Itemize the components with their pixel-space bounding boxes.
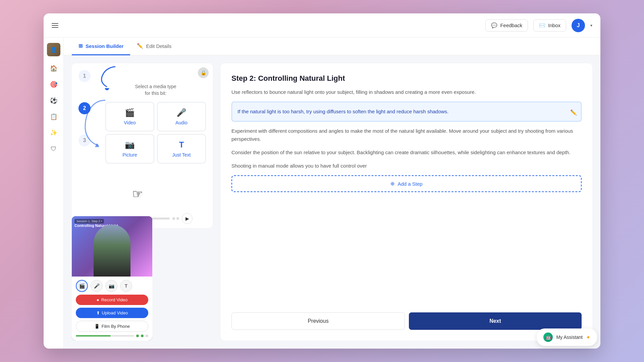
sidebar-item-targets[interactable]: 🎯 (47, 78, 60, 91)
tip-text: If the natural light is too harsh, try u… (237, 109, 448, 114)
previous-button[interactable]: Previous (231, 312, 405, 330)
preview-text-btn[interactable]: T (120, 280, 132, 292)
step-more-desc: Experiment with different compositions a… (231, 127, 582, 143)
upload-video-button[interactable]: ⬆ Upload Video (76, 308, 148, 318)
svg-marker-1 (105, 88, 109, 90)
step-more-desc-3: Shooting in manual mode allows you to ha… (231, 162, 582, 170)
sidebar-item-home[interactable]: 🏠 (47, 62, 60, 75)
avatar-dropdown-arrow[interactable]: ▾ (590, 23, 592, 28)
preview-progress (76, 335, 148, 337)
left-column: 1 2 3 (72, 63, 213, 341)
tab-session-builder[interactable]: ⊞ Session Builder (72, 38, 130, 55)
audio-label: Audio (175, 120, 187, 125)
step-2[interactable]: 2 (78, 102, 91, 114)
tab-edit-details-label: Edit Details (146, 43, 171, 49)
preview-camera-btn[interactable]: 📷 (105, 280, 117, 292)
svg-marker-0 (95, 143, 100, 147)
tab-session-builder-label: Session Builder (86, 43, 123, 49)
preview-session-label: Session 1, Step 2 • (74, 219, 104, 224)
progress-dots (172, 217, 179, 220)
step-3[interactable]: 3 (78, 134, 91, 146)
bottom-nav: Previous Next (231, 312, 582, 330)
top-bar: 💬 Feedback ✉️ Inbox J ▾ (44, 13, 600, 38)
cursor-hand: ☞ (132, 187, 143, 201)
edit-details-icon: ✏️ (137, 43, 143, 49)
sidebar-item-shield[interactable]: 🛡 (47, 142, 60, 156)
preview-icons-row: 🎬 🎤 📷 T (76, 280, 148, 292)
film-label: Film By Phone (102, 324, 130, 329)
inbox-label: Inbox (548, 22, 560, 28)
picture-label: Picture (122, 152, 137, 158)
media-type-grid: 🎬 Video 🎤 Audio 📷 Pic (105, 102, 206, 164)
media-card-video[interactable]: 🎬 Video (105, 102, 154, 131)
step-more-desc-2: Consider the position of the sun relativ… (231, 148, 582, 157)
preview-image: Session 1, Step 2 • Controlling Natural … (72, 216, 152, 277)
preview-progress-bar (76, 335, 134, 337)
add-step-button[interactable]: ⊕ Add a Step (231, 175, 582, 192)
preview-controls: 🎬 🎤 📷 T ● Record Video (72, 277, 152, 341)
just-text-label: Just Text (172, 152, 191, 158)
record-icon: ● (97, 297, 99, 302)
progress-dot-1 (172, 217, 175, 220)
selector-arrow (95, 63, 122, 90)
next-button[interactable]: Next (409, 312, 582, 330)
media-card-picture[interactable]: 📷 Picture (105, 134, 154, 164)
progress-dot-2 (176, 217, 179, 220)
preview-dot-2 (141, 335, 144, 337)
film-by-phone-button[interactable]: 📱 Film By Phone (76, 321, 148, 332)
media-type-selector: Select a media type for this bit: 🎬 Vide… (105, 70, 206, 208)
preview-card: Session 1, Step 2 • Controlling Natural … (72, 216, 152, 341)
sparkle-icon: ✦ (586, 334, 590, 341)
top-bar-left (52, 23, 58, 28)
avatar-image: 👤 (47, 43, 60, 56)
film-icon: 📱 (94, 324, 100, 329)
builder-area: 1 2 3 (64, 55, 600, 349)
video-label: Video (124, 120, 136, 125)
edit-icon[interactable]: ✏️ (570, 108, 577, 117)
preview-section: Session 1, Step 2 • Controlling Natural … (72, 233, 213, 341)
highlighted-tip: If the natural light is too harsh, try u… (231, 102, 582, 122)
audio-icon: 🎤 (176, 108, 186, 117)
step-1[interactable]: 1 (78, 70, 91, 82)
step-description: Use reflectors to bounce natural light o… (231, 88, 582, 96)
sidebar-avatar[interactable]: 👤 (47, 43, 60, 56)
preview-progress-fill (76, 335, 111, 337)
progress-next-button[interactable]: ▶ (182, 213, 193, 224)
upload-label: Upload Video (102, 310, 128, 315)
media-card-audio[interactable]: 🎤 Audio (157, 102, 206, 131)
preview-mic-btn[interactable]: 🎤 (91, 280, 103, 292)
feedback-icon: 💬 (491, 22, 497, 28)
inbox-icon: ✉️ (539, 22, 545, 28)
record-label: Record Video (101, 297, 128, 302)
content-area: 👤 🏠 🎯 ⚽ 📋 ✨ 🛡 ⊞ Session Builder ✏️ Edit … (44, 38, 600, 349)
step-numbers: 1 2 3 (78, 70, 91, 146)
menu-hamburger[interactable] (52, 23, 58, 28)
preview-progress-dots (136, 335, 148, 337)
add-step-icon: ⊕ (390, 181, 395, 187)
my-assistant-widget[interactable]: 🤖 My Assistant ✦ (537, 328, 597, 346)
tab-edit-details[interactable]: ✏️ Edit Details (130, 38, 178, 55)
upload-icon: ⬆ (96, 310, 100, 315)
steps-panel: 1 2 3 (72, 63, 213, 228)
media-card-just-text[interactable]: T Just Text (157, 134, 206, 164)
session-builder-icon: ⊞ (78, 43, 83, 49)
preview-video-btn[interactable]: 🎬 (76, 280, 88, 292)
preview-person (72, 225, 152, 277)
record-video-button[interactable]: ● Record Video (76, 295, 148, 305)
feedback-button[interactable]: 💬 Feedback (485, 19, 528, 32)
step-heading: Step 2: Controlling Natural Light (231, 74, 582, 83)
sidebar: 👤 🏠 🎯 ⚽ 📋 ✨ 🛡 (44, 38, 64, 349)
sidebar-item-ai[interactable]: ✨ (47, 126, 60, 139)
user-avatar[interactable]: J (572, 19, 585, 32)
add-step-label: Add a Step (397, 181, 422, 187)
top-bar-right: 💬 Feedback ✉️ Inbox J ▾ (485, 19, 592, 32)
main-panel: ⊞ Session Builder ✏️ Edit Details (64, 38, 600, 349)
sidebar-item-library[interactable]: 📋 (47, 110, 60, 123)
video-icon: 🎬 (125, 108, 135, 117)
sidebar-item-sessions[interactable]: ⚽ (47, 94, 60, 107)
tabs: ⊞ Session Builder ✏️ Edit Details (64, 38, 600, 55)
inbox-button[interactable]: ✉️ Inbox (533, 19, 566, 32)
right-panel: Step 2: Controlling Natural Light Use re… (221, 63, 592, 341)
feedback-label: Feedback (500, 22, 522, 28)
preview-dot-3 (146, 335, 148, 337)
